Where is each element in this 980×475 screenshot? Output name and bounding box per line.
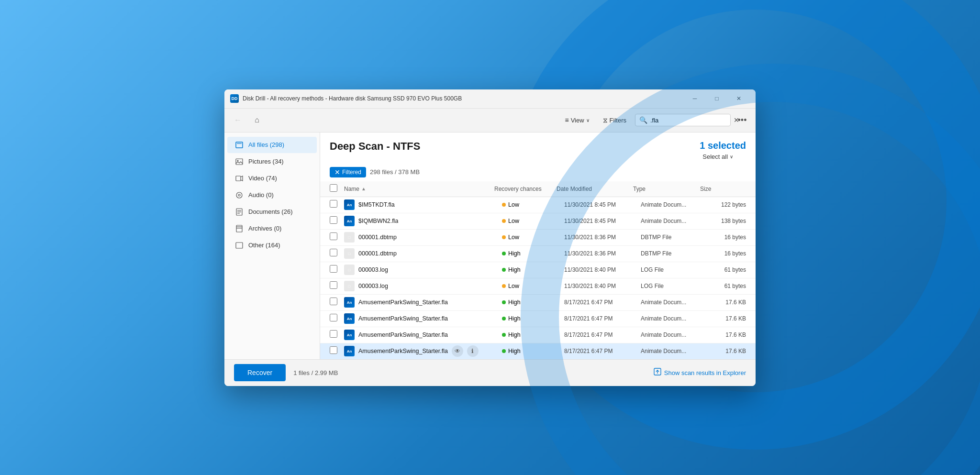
select-all-checkbox[interactable] bbox=[330, 184, 337, 192]
row-recovery: High bbox=[502, 331, 564, 338]
row-checkbox-cell bbox=[330, 330, 344, 340]
app-icon: DD bbox=[230, 94, 239, 103]
show-results-label: Show scan results in Explorer bbox=[664, 369, 746, 376]
table-row[interactable]: □ 000001.dbtmp High 11/30/2021 8:36 PM D… bbox=[320, 246, 756, 262]
sidebar-item-archives[interactable]: Archives (0) bbox=[227, 221, 317, 237]
sidebar-item-label: Pictures (34) bbox=[248, 158, 284, 165]
table-row[interactable]: An $IQMBWN2.fla Low 11/30/2021 8:45 PM A… bbox=[320, 213, 756, 230]
recovery-dot bbox=[502, 268, 506, 272]
maximize-button[interactable]: □ bbox=[706, 91, 728, 106]
row-checkbox[interactable] bbox=[330, 330, 337, 338]
row-type: Animate Docum... bbox=[641, 331, 708, 338]
row-checkbox[interactable] bbox=[330, 216, 337, 224]
row-date: 11/30/2021 8:40 PM bbox=[564, 283, 641, 289]
sidebar-item-other[interactable]: Other (164) bbox=[227, 237, 317, 254]
sidebar-item-video[interactable]: Video (74) bbox=[227, 170, 317, 187]
file-name: AmusementParkSwing_Starter.fla bbox=[358, 315, 448, 322]
content-header-right: 1 selected Select all ∨ bbox=[700, 140, 746, 161]
row-size: 61 bytes bbox=[708, 266, 746, 273]
back-button[interactable]: ← bbox=[230, 112, 245, 128]
row-checkbox-cell bbox=[330, 216, 344, 226]
all-files-icon bbox=[235, 141, 244, 149]
sidebar-item-documents[interactable]: Documents (26) bbox=[227, 204, 317, 220]
name-sort-icon: ▲ bbox=[361, 186, 366, 191]
filter-remove-icon: ✕ bbox=[334, 169, 340, 176]
file-icon: □ bbox=[344, 281, 355, 291]
table-row[interactable]: An AmusementParkSwing_Starter.fla High 8… bbox=[320, 327, 756, 343]
row-checkbox[interactable] bbox=[330, 200, 337, 208]
view-button[interactable]: ≡ View ∨ bbox=[560, 113, 594, 127]
file-count: 298 files / 378 MB bbox=[370, 168, 420, 176]
select-all-button[interactable]: Select all ∨ bbox=[700, 152, 736, 161]
row-checkbox[interactable] bbox=[330, 346, 337, 354]
row-size: 17.6 KB bbox=[708, 348, 746, 354]
table-row[interactable]: □ 000003.log Low 11/30/2021 8:40 PM LOG … bbox=[320, 278, 756, 295]
row-checkbox[interactable] bbox=[330, 314, 337, 321]
sidebar-item-audio[interactable]: Audio (0) bbox=[227, 187, 317, 203]
file-table: Name ▲ Recovery chances Date Modified Ty… bbox=[320, 181, 756, 359]
toolbar: ← ⌂ ≡ View ∨ ⧖ Filters 🔍 ✕ ••• bbox=[224, 109, 756, 133]
svg-rect-11 bbox=[236, 225, 242, 232]
filter-tag[interactable]: ✕ Filtered bbox=[330, 167, 366, 177]
table-row[interactable]: An AmusementParkSwing_Starter.fla High 8… bbox=[320, 295, 756, 311]
table-row[interactable]: An AmusementParkSwing_Starter.fla High 8… bbox=[320, 311, 756, 327]
row-size: 16 bytes bbox=[708, 250, 746, 257]
row-date: 11/30/2021 8:45 PM bbox=[564, 201, 641, 208]
table-row[interactable]: □ 000003.log High 11/30/2021 8:40 PM LOG… bbox=[320, 262, 756, 278]
header-checkbox-cell bbox=[330, 184, 344, 194]
app-window: DD Disk Drill - All recovery methods - H… bbox=[224, 89, 756, 386]
row-recovery: Low bbox=[502, 283, 564, 289]
file-icon: An bbox=[344, 297, 355, 308]
row-recovery: High bbox=[502, 266, 564, 273]
bottom-bar: Recover 1 files / 2.99 MB Show scan resu… bbox=[224, 359, 756, 386]
row-recovery: Low bbox=[502, 201, 564, 208]
recovery-dot bbox=[502, 219, 506, 223]
recovery-label: High bbox=[508, 250, 521, 257]
file-icon: □ bbox=[344, 265, 355, 275]
home-button[interactable]: ⌂ bbox=[249, 112, 265, 128]
sidebar-item-all-files[interactable]: All files (298) bbox=[227, 137, 317, 153]
row-checkbox[interactable] bbox=[330, 265, 337, 273]
pictures-icon bbox=[235, 157, 244, 166]
show-results-button[interactable]: Show scan results in Explorer bbox=[654, 368, 746, 377]
filter-tag-label: Filtered bbox=[342, 169, 361, 176]
row-checkbox-cell bbox=[330, 346, 344, 356]
table-row[interactable]: An AmusementParkSwing_Starter.fla 👁 ℹ Hi… bbox=[320, 343, 756, 359]
table-row[interactable]: □ 000001.dbtmp Low 11/30/2021 8:36 PM DB… bbox=[320, 230, 756, 246]
recover-button[interactable]: Recover bbox=[234, 364, 286, 381]
main-content: All files (298) Pictures (34) Video (74)… bbox=[224, 133, 756, 359]
header-name[interactable]: Name ▲ bbox=[344, 186, 494, 192]
row-checkbox[interactable] bbox=[330, 249, 337, 256]
minimize-button[interactable]: ─ bbox=[684, 91, 706, 106]
row-action-eye-icon[interactable]: 👁 bbox=[452, 345, 463, 357]
row-date: 11/30/2021 8:36 PM bbox=[564, 234, 641, 241]
window-title: Disk Drill - All recovery methods - Hard… bbox=[243, 95, 684, 102]
row-checkbox-cell bbox=[330, 249, 344, 258]
select-all-chevron-icon: ∨ bbox=[730, 154, 733, 159]
filters-button[interactable]: ⧖ Filters bbox=[598, 113, 631, 127]
svg-point-3 bbox=[237, 160, 239, 161]
file-name: $IQMBWN2.fla bbox=[358, 218, 398, 224]
file-name: 000001.dbtmp bbox=[358, 234, 397, 241]
close-button[interactable]: ✕ bbox=[728, 91, 750, 106]
sidebar-item-pictures[interactable]: Pictures (34) bbox=[227, 154, 317, 170]
search-input[interactable] bbox=[650, 117, 731, 124]
row-date: 8/17/2021 6:47 PM bbox=[564, 331, 641, 338]
row-type: Animate Docum... bbox=[641, 201, 708, 208]
content-panel: Deep Scan - NTFS 1 selected Select all ∨… bbox=[320, 133, 756, 359]
back-icon: ← bbox=[234, 116, 242, 124]
row-checkbox[interactable] bbox=[330, 232, 337, 240]
row-name-cell: An AmusementParkSwing_Starter.fla bbox=[344, 313, 502, 324]
selected-count: 1 selected bbox=[700, 140, 746, 151]
list-icon: ≡ bbox=[565, 116, 568, 124]
row-checkbox[interactable] bbox=[330, 281, 337, 289]
svg-rect-2 bbox=[236, 159, 243, 165]
sidebar-item-label: Other (164) bbox=[248, 242, 280, 249]
more-options-button[interactable]: ••• bbox=[735, 112, 750, 128]
table-row[interactable]: An $IM5TKDT.fla Low 11/30/2021 8:45 PM A… bbox=[320, 197, 756, 213]
table-body: An $IM5TKDT.fla Low 11/30/2021 8:45 PM A… bbox=[320, 197, 756, 359]
file-icon: An bbox=[344, 199, 355, 210]
row-action-info-icon[interactable]: ℹ bbox=[467, 345, 479, 357]
row-checkbox[interactable] bbox=[330, 298, 337, 305]
recovery-label: Low bbox=[508, 201, 519, 208]
